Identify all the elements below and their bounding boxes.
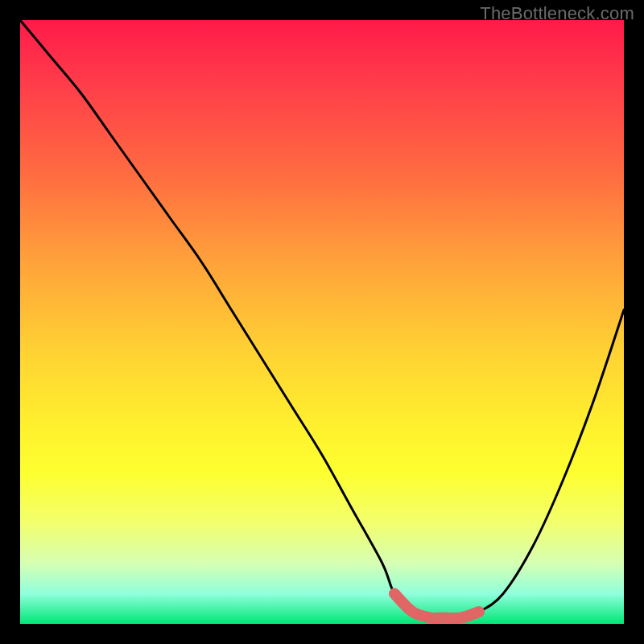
optimal-range-highlight	[394, 594, 479, 619]
watermark-text: TheBottleneck.com	[480, 3, 634, 24]
bottleneck-curve	[20, 20, 624, 618]
chart-svg	[20, 20, 624, 624]
chart-frame: TheBottleneck.com	[0, 0, 644, 644]
chart-plot-area	[20, 20, 624, 624]
